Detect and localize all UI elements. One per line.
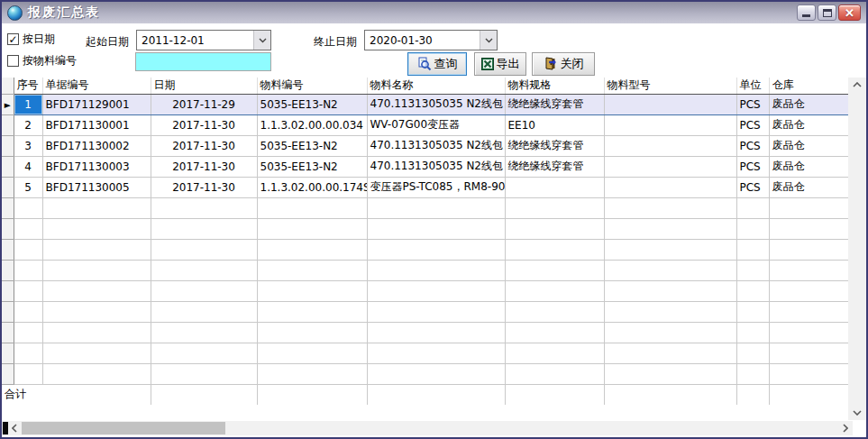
cell-code[interactable]: 5035-EE13-N2 [257,94,367,114]
cell-model[interactable] [604,177,736,197]
empty-cell [736,343,769,363]
cell-warehouse[interactable]: 废品仓 [769,135,850,156]
material-code-input[interactable] [135,52,271,71]
cell-warehouse[interactable]: 废品仓 [769,177,850,197]
empty-cell [604,280,736,301]
scroll-left-icon[interactable] [7,421,22,435]
cell-doc[interactable]: BFD171130003 [42,156,151,177]
cell-code[interactable]: 5035-EE13-N2 [257,156,367,177]
row-indicator[interactable] [2,156,14,177]
cell-name[interactable]: 470.1131305035 N2线包 [367,156,505,177]
column-header-code[interactable]: 物料编号 [257,78,367,94]
minimize-button[interactable] [797,5,816,21]
row-indicator [2,363,14,384]
close-window-button[interactable]: 关闭 [532,52,595,76]
end-date-combo[interactable]: 2020-01-30 [364,30,498,50]
empty-cell [257,363,367,384]
scroll-right-icon[interactable] [838,421,853,435]
column-header-name[interactable]: 物料名称 [367,78,505,94]
empty-cell [505,260,604,280]
cell-no[interactable]: 2 [14,114,42,135]
empty-cell [604,343,736,363]
empty-cell [736,197,769,218]
cell-doc[interactable]: BFD171130005 [42,177,151,197]
cell-unit[interactable]: PCS [736,177,769,197]
cell-code[interactable]: 5035-EE13-N2 [257,135,367,156]
cell-date[interactable]: 2017-11-30 [151,114,257,135]
row-indicator[interactable] [2,135,14,156]
cell-date[interactable]: 2017-11-30 [151,177,257,197]
cell-spec[interactable]: EE10 [505,114,604,135]
hscroll-thumb[interactable] [22,422,225,434]
cell-spec[interactable]: 绕绝缘线穿套管 [505,156,604,177]
cell-model[interactable] [604,114,736,135]
cell-doc[interactable]: BFD171130002 [42,135,151,156]
column-header-unit[interactable]: 单位 [736,78,769,94]
empty-row [2,239,850,260]
column-header-spec[interactable]: 物料规格 [505,78,604,94]
empty-cell [736,322,769,343]
cell-date[interactable]: 2017-11-30 [151,135,257,156]
empty-cell [769,260,850,280]
cell-unit[interactable]: PCS [736,114,769,135]
cell-warehouse[interactable]: 废品仓 [769,156,850,177]
empty-cell [151,218,257,239]
cell-no[interactable]: 5 [14,177,42,197]
by-material-checkbox[interactable]: 按物料编号 [7,53,77,69]
end-date-label: 终止日期 [314,34,357,50]
title-bar[interactable]: 报废汇总表 ✕ [2,2,866,23]
column-header-date[interactable]: 日期 [151,78,257,94]
cell-name[interactable]: 变压器PS-TC085，RM8-90 [367,177,505,197]
cell-code[interactable]: 1.1.3.02.00.00.174S [257,177,367,197]
cell-warehouse[interactable]: 废品仓 [769,114,850,135]
cell-name[interactable]: WV-07G00变压器 [367,114,505,135]
cell-model[interactable] [604,94,736,114]
cell-no[interactable]: 4 [14,156,42,177]
current-row-indicator[interactable]: ► [2,94,14,114]
start-date-combo[interactable]: 2011-12-01 [136,30,271,50]
row-indicator[interactable] [2,177,14,197]
chevron-down-icon[interactable] [253,31,270,50]
empty-cell [367,343,505,363]
by-date-checkbox[interactable]: ✓ 按日期 [7,32,55,47]
cell-model[interactable] [604,135,736,156]
export-button[interactable]: 导出 [474,52,526,76]
row-indicator[interactable] [2,114,14,135]
query-button[interactable]: 查询 [407,52,467,76]
cell-unit[interactable]: PCS [736,135,769,156]
empty-cell [14,322,42,343]
cell-no[interactable]: 3 [14,135,42,156]
close-button[interactable]: ✕ [838,5,861,21]
cell-spec[interactable] [505,177,604,197]
column-header-warehouse[interactable]: 仓库 [769,78,850,94]
cell-code[interactable]: 1.1.3.02.00.00.034 [257,114,367,135]
cell-doc[interactable]: BFD171130001 [42,114,151,135]
column-header-no[interactable]: 序号 [14,78,42,94]
cell-name[interactable]: 470.1131305035 N2线包 [367,135,505,156]
cell-unit[interactable]: PCS [736,94,769,114]
footer-total-label: 合计 [2,384,151,405]
cell-name[interactable]: 470.1131305035 N2线包 [367,94,505,114]
cell-no[interactable]: 1 [14,94,42,114]
start-date-label: 起始日期 [86,34,129,50]
vertical-scrollbar[interactable] [848,78,866,420]
column-header-doc[interactable]: 单据编号 [42,78,151,94]
cell-date[interactable]: 2017-11-29 [151,94,257,114]
cell-warehouse[interactable]: 废品仓 [769,94,850,114]
cell-date[interactable]: 2017-11-30 [151,156,257,177]
cell-unit[interactable]: PCS [736,156,769,177]
cell-spec[interactable]: 绕绝缘线穿套管 [505,135,604,156]
column-header-model[interactable]: 物料型号 [604,78,736,94]
empty-row [2,343,850,363]
scroll-up-icon[interactable] [850,78,864,92]
scroll-down-icon[interactable] [850,406,864,420]
empty-cell [736,363,769,384]
maximize-button[interactable] [818,5,836,21]
horizontal-scrollbar[interactable] [2,421,853,435]
cell-spec[interactable]: 绕绝缘线穿套管 [505,94,604,114]
chevron-down-icon[interactable] [480,31,497,50]
checkbox-checked-icon: ✓ [7,33,19,45]
cell-model[interactable] [604,156,736,177]
cell-doc[interactable]: BFD171129001 [42,94,151,114]
empty-cell [42,239,151,260]
